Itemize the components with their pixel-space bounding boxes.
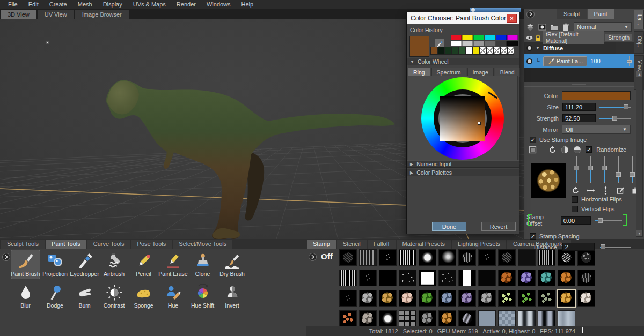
stamp-tab-stamp[interactable]: Stamp [307, 240, 336, 249]
stamp-offset-input[interactable]: 0.00 [561, 216, 591, 225]
dialog-titlebar[interactable]: Color Chooser: Paint Brush Color × [407, 12, 519, 24]
stamp-preview-thumbnail[interactable] [531, 163, 566, 198]
palette-swatch[interactable] [485, 41, 495, 46]
palette-swatch[interactable] [462, 35, 473, 40]
use-stamp-checkbox[interactable]: ✓ [530, 137, 536, 143]
hue-ring[interactable] [421, 77, 504, 160]
saturation-value-square[interactable] [440, 96, 485, 141]
view-tab-image-browser[interactable]: Image Browser [75, 10, 129, 19]
tab-paint[interactable]: Paint [588, 9, 614, 19]
stamp-tab-stencil[interactable]: Stencil [337, 240, 367, 249]
stamp-thumbnail[interactable] [478, 310, 496, 327]
stamp-thumbnail[interactable] [518, 270, 536, 286]
scroll-up-icon[interactable]: ▲ [636, 71, 642, 77]
side-tab-0[interactable]: La... [634, 10, 644, 29]
palette-swatch[interactable] [507, 41, 518, 46]
menu-create[interactable]: Create [45, 1, 72, 8]
layer-strength-value[interactable]: 100 [590, 58, 600, 64]
tool-dry-brush[interactable]: Dry Brush [217, 250, 247, 279]
tool-paint-brush[interactable]: Paint Brush [11, 250, 40, 279]
edit-icon[interactable] [617, 186, 625, 195]
stamp-thumbnail[interactable] [478, 270, 496, 286]
stamp-tab-falloff[interactable]: Falloff [368, 240, 396, 249]
history-swatch[interactable] [486, 47, 493, 55]
stamp-thumbnail[interactable] [478, 249, 496, 266]
palette-swatch[interactable] [473, 41, 484, 46]
history-swatch[interactable] [472, 47, 479, 55]
palette-swatch[interactable] [451, 41, 462, 46]
revert-button[interactable]: Revert [481, 222, 516, 231]
tool-tab-pose-tools[interactable]: Pose Tools [131, 240, 172, 249]
stamp-thumbnail[interactable] [419, 310, 436, 327]
rotate-icon[interactable] [572, 186, 580, 195]
layer-name[interactable]: Diffuse [543, 45, 563, 51]
stamp-thumbnail[interactable] [399, 310, 416, 327]
stamp-thumbnail[interactable] [498, 249, 516, 266]
stamp-thumbnail[interactable] [359, 270, 377, 286]
stamp-thumbnail[interactable] [359, 310, 377, 327]
rotate-icon[interactable] [548, 146, 557, 154]
stamp-thumbnail[interactable] [458, 290, 476, 307]
palette-swatch[interactable] [507, 35, 518, 40]
tool-pencil[interactable]: Pencil [129, 250, 158, 279]
menu-display[interactable]: Display [98, 1, 127, 8]
tool-paint-erase[interactable]: Paint Erase [158, 250, 188, 279]
color-wheel-section-header[interactable]: ▼Color Wheel [407, 58, 519, 65]
stamp-thumbnail[interactable] [419, 290, 436, 307]
stamp-thumbnail[interactable] [518, 290, 536, 307]
tool-tab-sculpt-tools[interactable]: Sculpt Tools [1, 240, 45, 249]
stamp-thumbnail[interactable] [339, 270, 357, 286]
stamp-off-option[interactable]: Off [321, 252, 333, 261]
brush-color-swatch[interactable] [562, 91, 631, 100]
tool-dodge[interactable]: Dodge [40, 281, 70, 311]
stamp-thumbnail[interactable] [498, 310, 516, 327]
size-input[interactable]: 111.20 [562, 103, 596, 111]
stamp-thumbnail[interactable] [339, 310, 357, 327]
menu-help[interactable]: Help [237, 1, 259, 8]
tool-projection[interactable]: Projection [40, 250, 70, 279]
menu-render[interactable]: Render [172, 1, 201, 8]
trash-icon[interactable] [562, 23, 570, 31]
menu-file[interactable]: File [3, 1, 23, 8]
menu-uvs-maps[interactable]: UVs & Maps [128, 1, 171, 8]
history-swatch[interactable] [493, 47, 500, 55]
palette-swatch[interactable] [496, 35, 507, 40]
layer-row-paint[interactable]: └ Paint La... 100 [524, 54, 634, 68]
tool-airbrush[interactable]: Airbrush [99, 250, 129, 279]
stamp-thumbnail[interactable] [359, 249, 377, 266]
tool-eyedropper[interactable]: Eyedropper [70, 250, 99, 279]
menu-mesh[interactable]: Mesh [73, 1, 97, 8]
stamp-thumbnail[interactable] [518, 310, 536, 327]
stamp-thumbnail[interactable] [419, 270, 436, 286]
stamp-thumbnail[interactable] [538, 270, 555, 286]
stamp-spacing-checkbox[interactable]: ✓ [530, 233, 536, 240]
tool-invert[interactable]: Invert [217, 281, 247, 311]
flip-horizontal-icon[interactable] [561, 146, 569, 154]
stamp-thumbnail[interactable] [339, 249, 357, 266]
history-swatch[interactable] [444, 47, 451, 55]
tool-tab-paint-tools[interactable]: Paint Tools [46, 240, 86, 249]
panel-expand-icon[interactable] [526, 10, 535, 18]
stamp-thumbnail[interactable] [399, 270, 416, 286]
scroll-down-icon[interactable]: ▼ [636, 230, 642, 236]
history-swatch[interactable] [430, 47, 437, 55]
view-tab-uv-view[interactable]: UV View [38, 10, 74, 19]
randomize-checkbox[interactable]: ✓ [586, 146, 592, 153]
tool-hue[interactable]: Hue [158, 281, 188, 311]
tool-sponge[interactable]: Sponge [129, 281, 158, 311]
stamp-thumbnail[interactable] [558, 310, 575, 327]
stamp-thumbnail[interactable] [379, 310, 397, 327]
material-name[interactable]: tRex [Default Material] [543, 31, 604, 44]
distance-input[interactable]: 2 [562, 243, 595, 251]
palette-swatch[interactable] [451, 35, 462, 40]
stamp-thumbnail[interactable] [558, 290, 575, 307]
distance-slider[interactable] [600, 244, 631, 250]
randomize-slider[interactable] [630, 156, 635, 183]
paint-layer-button[interactable]: Paint La... [543, 56, 588, 66]
layer-visibility-dot[interactable] [526, 58, 532, 64]
strength-slider[interactable] [599, 115, 631, 121]
stamp-thumbnail[interactable] [379, 290, 397, 307]
tray-expand-icon[interactable] [309, 253, 317, 261]
history-swatch[interactable] [507, 47, 514, 55]
collapse-triangle-icon[interactable]: ▼ [536, 46, 540, 50]
